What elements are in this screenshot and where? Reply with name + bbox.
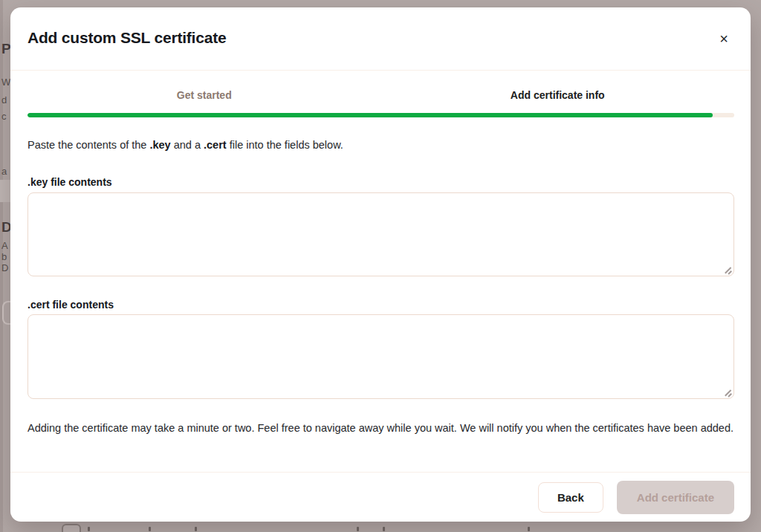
dialog-title: Add custom SSL certificate xyxy=(27,29,226,47)
background-glyph-fragment xyxy=(383,527,385,531)
background-text-fragment: D xyxy=(1,263,8,273)
background-glyph-fragment xyxy=(528,527,530,531)
back-button[interactable]: Back xyxy=(538,482,603,513)
resize-handle[interactable] xyxy=(723,388,733,398)
background-section-band xyxy=(0,180,10,202)
dialog-footer: Back Add certificate xyxy=(10,473,751,522)
intro-text: Paste the contents of the .key and a .ce… xyxy=(27,137,343,153)
progress-bar-fill xyxy=(27,113,713,117)
step-get-started[interactable]: Get started xyxy=(27,89,381,101)
cert-file-label: .cert file contents xyxy=(27,299,114,311)
add-certificate-button[interactable]: Add certificate xyxy=(617,481,734,514)
background-glyph-fragment xyxy=(88,527,90,531)
stepper: Get started Add certificate info xyxy=(27,89,734,101)
background-checkbox xyxy=(62,524,81,532)
close-icon[interactable]: × xyxy=(713,28,734,49)
background-text-fragment: d xyxy=(1,95,7,105)
dialog-header: Add custom SSL certificate × xyxy=(10,7,751,70)
background-text-fragment: W xyxy=(1,77,10,87)
resize-handle[interactable] xyxy=(723,265,733,275)
background-text-fragment: A xyxy=(1,241,8,250)
key-file-input[interactable] xyxy=(27,192,734,276)
background-glyph-fragment xyxy=(195,527,197,531)
background-text-fragment: c xyxy=(1,111,7,121)
background-table-row xyxy=(0,522,761,532)
add-ssl-certificate-dialog: Add custom SSL certificate × Get started… xyxy=(10,7,751,522)
header-divider xyxy=(10,70,751,71)
background-page-left-edge: P W d c a D A b D xyxy=(0,0,10,532)
background-text-fragment: a xyxy=(1,166,7,176)
background-glyph-fragment xyxy=(149,527,151,531)
step-add-certificate-info[interactable]: Add certificate info xyxy=(381,89,735,101)
key-file-label: .key file contents xyxy=(27,176,112,188)
background-text-fragment: P xyxy=(1,42,11,56)
background-glyph-fragment xyxy=(357,527,359,531)
cert-file-input[interactable] xyxy=(27,314,734,399)
background-text-fragment: b xyxy=(1,252,7,262)
progress-bar-track xyxy=(27,113,734,117)
wait-note-text: Adding the certificate may take a minute… xyxy=(27,421,734,436)
